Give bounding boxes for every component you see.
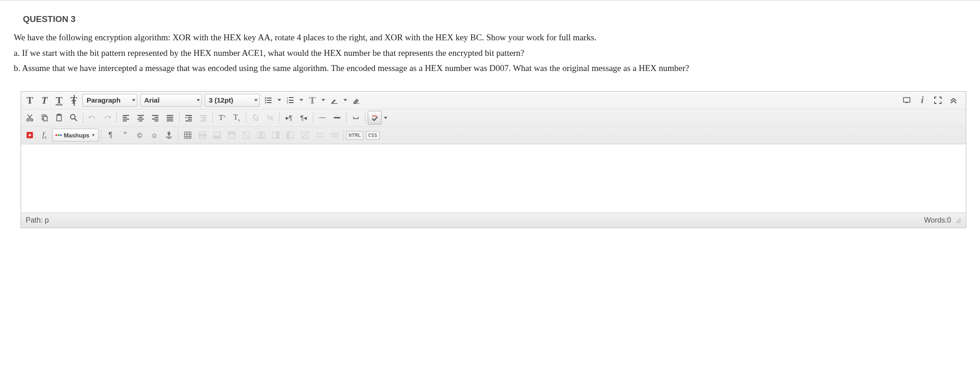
question-intro: We have the following encryption algorit… <box>14 31 966 44</box>
editor-status-bar: Path: p Words:0 <box>21 213 966 228</box>
strikethrough-button[interactable]: T <box>67 93 81 107</box>
svg-rect-14 <box>906 102 908 103</box>
collapse-toolbar-button[interactable] <box>947 93 960 107</box>
svg-rect-42 <box>188 117 192 118</box>
redo-button[interactable] <box>100 111 114 125</box>
svg-rect-31 <box>137 119 144 120</box>
bold-button[interactable]: T <box>23 93 37 107</box>
align-justify-button[interactable] <box>163 111 177 125</box>
svg-point-4 <box>265 102 267 103</box>
subscript-button[interactable]: Tx <box>230 111 244 125</box>
svg-rect-12 <box>331 103 338 104</box>
highlight-button[interactable] <box>327 93 341 107</box>
copyright-button[interactable]: © <box>133 128 147 142</box>
table-split-button[interactable] <box>327 128 341 142</box>
path-display: Path: p <box>26 216 49 224</box>
numbered-list-dropdown[interactable] <box>298 93 305 107</box>
svg-rect-48 <box>200 120 207 121</box>
svg-point-2 <box>265 99 267 101</box>
svg-rect-71 <box>260 132 262 138</box>
unlink-button[interactable] <box>263 111 277 125</box>
spellcheck-dropdown[interactable] <box>382 111 389 125</box>
cut-button[interactable] <box>23 111 37 125</box>
superscript-button[interactable]: Tx <box>215 111 229 125</box>
underline-button[interactable]: T <box>52 93 66 107</box>
align-right-button[interactable] <box>148 111 162 125</box>
svg-rect-46 <box>202 117 207 118</box>
quote-button[interactable]: " <box>118 128 132 142</box>
svg-rect-3 <box>267 100 272 101</box>
bullet-list-dropdown[interactable] <box>276 93 283 107</box>
highlight-dropdown[interactable] <box>342 93 348 107</box>
rtl-button[interactable]: ¶◂ <box>297 111 310 125</box>
table-row-before-button[interactable] <box>225 128 239 142</box>
svg-rect-75 <box>288 132 289 138</box>
table-delete-col-button[interactable] <box>298 128 312 142</box>
undo-button[interactable] <box>86 111 99 125</box>
hr-thick-button[interactable] <box>330 111 344 125</box>
ltr-button[interactable]: ▸¶ <box>282 111 296 125</box>
link-button[interactable] <box>249 111 262 125</box>
html-view-button[interactable]: HTML <box>346 131 363 140</box>
table-delete-row-button[interactable] <box>240 128 253 142</box>
table-col-after-button[interactable] <box>269 128 283 142</box>
bullet-list-button[interactable] <box>261 93 275 107</box>
align-center-button[interactable] <box>134 111 147 125</box>
font-size-select[interactable]: 3 (12pt) <box>205 94 260 107</box>
svg-rect-65 <box>214 136 220 138</box>
resize-handle[interactable] <box>955 217 961 224</box>
help-icon[interactable]: i <box>915 93 929 107</box>
text-color-button[interactable]: T <box>305 93 319 107</box>
copy-button[interactable] <box>38 111 51 125</box>
media-button[interactable] <box>23 128 37 142</box>
hr-thin-button[interactable] <box>316 111 329 125</box>
emoji-button[interactable]: ☺ <box>147 128 161 142</box>
spellcheck-button[interactable]: ABC <box>368 111 381 125</box>
svg-rect-32 <box>139 120 142 121</box>
align-left-button[interactable] <box>119 111 133 125</box>
svg-rect-39 <box>167 119 173 120</box>
text-color-dropdown[interactable] <box>320 93 327 107</box>
editor-content[interactable] <box>21 144 966 213</box>
svg-rect-9 <box>289 100 294 101</box>
insert-table-button[interactable] <box>181 128 195 142</box>
show-blocks-button[interactable]: ¶ <box>103 128 117 142</box>
svg-rect-78 <box>317 133 322 137</box>
svg-rect-27 <box>123 119 129 120</box>
svg-rect-11 <box>289 102 294 103</box>
outdent-button[interactable] <box>196 111 210 125</box>
editor-toolbar: T T T T Paragraph Arial 3 (12pt) <box>21 92 966 144</box>
table-row-button[interactable] <box>196 128 209 142</box>
indent-button[interactable] <box>182 111 196 125</box>
table-col-button[interactable] <box>254 128 268 142</box>
question-body: We have the following encryption algorit… <box>0 31 980 87</box>
paragraph-format-select[interactable]: Paragraph <box>82 94 137 107</box>
fullscreen-button[interactable] <box>931 93 945 107</box>
find-button[interactable] <box>67 111 81 125</box>
svg-rect-33 <box>152 115 158 116</box>
numbered-list-button[interactable]: 123 <box>283 93 297 107</box>
svg-rect-25 <box>123 115 129 116</box>
math-button[interactable]: fx <box>38 128 51 142</box>
preview-button[interactable] <box>900 93 914 107</box>
clear-format-button[interactable] <box>349 93 363 107</box>
svg-rect-37 <box>167 115 173 116</box>
nbsp-button[interactable] <box>349 111 363 125</box>
svg-rect-26 <box>123 117 127 118</box>
mashups-button[interactable]: Mashups ▼ <box>52 129 98 142</box>
svg-rect-22 <box>58 114 60 115</box>
table-col-before-button[interactable] <box>283 128 297 142</box>
svg-point-54 <box>168 132 170 134</box>
table-row-after-button[interactable] <box>210 128 224 142</box>
italic-button[interactable]: T <box>38 93 51 107</box>
table-merge-button[interactable] <box>313 128 327 142</box>
paste-button[interactable] <box>52 111 66 125</box>
svg-rect-5 <box>267 102 272 103</box>
css-view-button[interactable]: CSS <box>366 131 380 140</box>
font-family-select[interactable]: Arial <box>140 94 202 107</box>
svg-rect-63 <box>199 134 206 136</box>
svg-rect-36 <box>154 120 158 121</box>
svg-rect-41 <box>185 115 192 116</box>
svg-rect-44 <box>185 120 192 121</box>
anchor-button[interactable] <box>162 128 176 142</box>
